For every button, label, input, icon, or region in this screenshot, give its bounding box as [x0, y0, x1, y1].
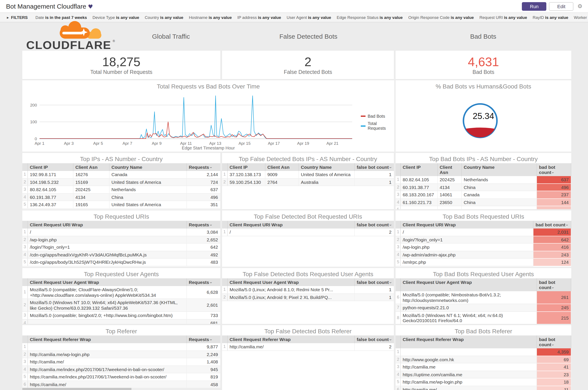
filters-toggle[interactable]: ▶FILTERS: [7, 15, 28, 20]
chart-title: Total Requests vs Bad Bots Over Time: [22, 80, 394, 91]
run-button[interactable]: Run: [522, 2, 546, 10]
filter-item[interactable]: Hostname is any value: [189, 15, 232, 20]
filter-field: Edge Response Status: [337, 15, 380, 20]
legend-item[interactable]: Total Requests: [361, 121, 394, 131]
filter-item[interactable]: Origin Response Code is any value: [408, 15, 474, 20]
row-number-header: [222, 163, 227, 171]
table-cell: China: [109, 193, 186, 201]
filter-condition: is in the past 7 weeks: [45, 15, 87, 20]
value-cell: 492: [186, 251, 220, 258]
table-cell: 61.160.221.73: [400, 198, 437, 206]
column-header[interactable]: Client Asn: [437, 163, 461, 176]
tile-top-false-bot-ips: Top False Detected Bots IPs - AS Number …: [222, 153, 394, 209]
cloudflare-cloud-icon: [60, 21, 101, 39]
value-column-header[interactable]: bad bot count›: [533, 221, 571, 229]
table-title: Top IPs - AS Number - Country: [22, 153, 220, 163]
column-header[interactable]: Client Request User Agent Wrap: [227, 278, 354, 286]
column-header[interactable]: Client Request User Agent Wrap: [28, 278, 186, 286]
table-cell: /: [227, 229, 354, 236]
table-row: 1/2: [222, 229, 394, 236]
table-cell: [28, 343, 186, 350]
row-number: 4: [22, 251, 28, 258]
value-column-header[interactable]: Requests›: [186, 221, 220, 229]
row-number: 3: [22, 243, 28, 251]
value-cell: 41: [537, 363, 571, 371]
value-column-header[interactable]: bad bot count›: [537, 278, 571, 291]
table-row: 260.191.38.774134China496: [395, 183, 571, 191]
column-header[interactable]: Client Request Referer Wrap: [400, 336, 537, 348]
table-cell: 15169: [73, 178, 109, 186]
filter-item[interactable]: IP address is any value: [237, 15, 281, 20]
value-column-header[interactable]: false bot count›: [354, 278, 394, 286]
edit-button[interactable]: Edit: [549, 2, 574, 10]
horizontal-scrollbar[interactable]: [22, 388, 220, 390]
table-cell: 136.24.49.37: [28, 201, 73, 208]
filter-condition: is any value: [116, 15, 139, 20]
column-header[interactable]: Client Request URI Wrap: [28, 221, 186, 229]
filter-item[interactable]: User Agent is any value: [287, 15, 331, 20]
table-cell: Mozilla/5.0 (Linux; Android 8.1.0; Redmi…: [227, 286, 354, 293]
value-cell: 351: [186, 201, 220, 208]
legend-swatch: [361, 116, 366, 117]
value-column-header[interactable]: false bot count›: [354, 163, 394, 171]
tile-top-bad-bot-ips: Top Bad Bots IPs - AS Number - CountryCl…: [395, 153, 571, 209]
kpi-total-requests-value: 18,275: [102, 55, 140, 68]
column-header[interactable]: Client IP: [28, 163, 73, 171]
value-column-header[interactable]: Requests›: [186, 336, 220, 343]
filter-field: RayID: [533, 15, 545, 20]
row-number: 4: [395, 251, 400, 258]
column-header[interactable]: Client Request Referer Wrap: [227, 336, 354, 343]
table-cell: United States of America: [109, 201, 186, 208]
page-title-text: Bot Management Cloudflare: [6, 2, 86, 10]
legend-item[interactable]: Bad Bots: [361, 114, 394, 119]
timeseries-chart[interactable]: 0100200Apr 1Apr 3Apr 5Apr 7Apr 9Apr 11Ap…: [22, 91, 357, 146]
value-column-header[interactable]: bad bot count›: [537, 163, 571, 176]
value-column-header[interactable]: Requests›: [186, 278, 220, 286]
column-header[interactable]: Client IP: [227, 163, 265, 171]
value-cell: 2: [354, 343, 394, 350]
filter-item[interactable]: RayID is any value: [533, 15, 568, 20]
filter-item[interactable]: Request URI is any value: [479, 15, 527, 20]
filter-item[interactable]: Country is any value: [145, 15, 183, 20]
column-header[interactable]: Country Name: [109, 163, 186, 171]
row-number: 2: [222, 178, 227, 186]
tile-top-bad-bot-referer: Top Bad Bots RefererClient Request Refer…: [395, 325, 571, 390]
column-header[interactable]: Client Request URI Wrap: [227, 221, 354, 229]
filter-item[interactable]: Edge Response Status is any value: [337, 15, 403, 20]
gear-icon[interactable]: ⚙: [576, 3, 584, 9]
tile-top-referer: Top RefererClient Request Referer WrapRe…: [22, 325, 220, 390]
row-number-header: [22, 221, 28, 229]
value-column-header[interactable]: false bot count›: [354, 336, 394, 343]
filter-condition: is any value: [160, 15, 183, 20]
tile-top-user-agents: Top Requested User AgentsClient Request …: [22, 268, 220, 324]
value-column-header[interactable]: Requests›: [186, 163, 220, 171]
row-number: 5: [395, 378, 400, 386]
column-header[interactable]: Client IP: [400, 163, 437, 176]
column-header[interactable]: Client Request Referer Wrap: [28, 336, 186, 343]
column-header[interactable]: Client Asn: [265, 163, 298, 171]
table-row: 4http://camilia.me/index.php/2017/06/17/…: [22, 366, 220, 373]
value-column-header[interactable]: bad bot count›: [537, 336, 571, 348]
row-number-header: [222, 221, 227, 229]
value-column-header[interactable]: false bot count›: [354, 221, 394, 229]
column-header[interactable]: Country Name: [298, 163, 354, 171]
filter-item[interactable]: Date is in the past 7 weeks: [35, 15, 87, 20]
row-number: 6: [22, 381, 28, 388]
column-header[interactable]: Country Name: [461, 163, 537, 176]
filter-item[interactable]: Worker Subrequest is...: [574, 15, 588, 20]
table-cell: 19165: [73, 201, 109, 208]
table-row: 5/xmlrpc.php124: [395, 258, 571, 266]
column-header[interactable]: Client Request URI Wrap: [400, 221, 533, 229]
value-cell: 637: [186, 186, 220, 193]
kpi-false-detected-bots-value: 2: [304, 55, 311, 68]
scrollbar-thumb[interactable]: [22, 388, 131, 390]
filter-item[interactable]: Device Type is any value: [93, 15, 139, 20]
tile-top-false-bot-referer: Top False Detected Bots RefererClient Re…: [222, 325, 394, 390]
table-cell: http://www.google.com.hk: [400, 356, 537, 363]
column-header[interactable]: Client Asn: [73, 163, 109, 171]
table-cell: Mozilla/5.0 (compatible; CloudFlare-Alwa…: [28, 286, 186, 299]
column-header[interactable]: Client Request User Agent Wrap: [400, 278, 537, 291]
filter-field: Country: [145, 15, 160, 20]
table-row: 137.120.138.1739009United States of Amer…: [222, 171, 394, 178]
table-cell: China: [461, 198, 537, 206]
